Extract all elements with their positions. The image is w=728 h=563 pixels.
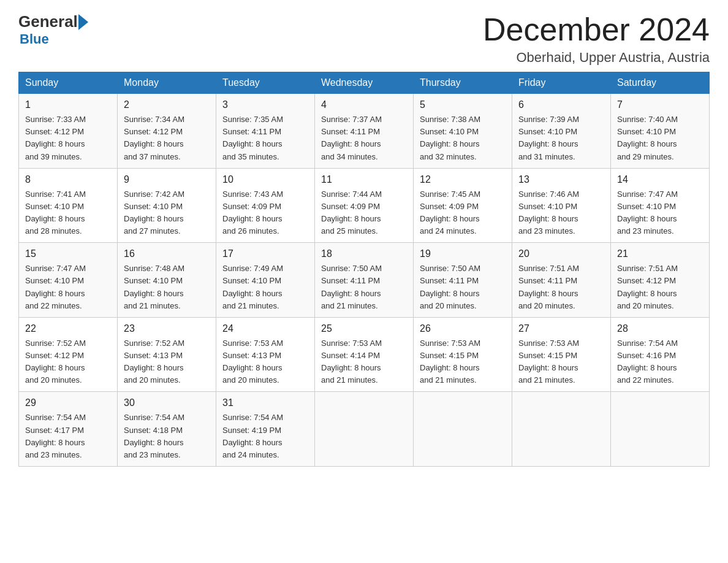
calendar-cell: 26 Sunrise: 7:53 AMSunset: 4:15 PMDaylig… <box>414 317 512 392</box>
calendar-cell: 22 Sunrise: 7:52 AMSunset: 4:12 PMDaylig… <box>19 317 118 392</box>
day-number: 1 <box>25 98 111 112</box>
day-info: Sunrise: 7:47 AMSunset: 4:10 PMDaylight:… <box>617 190 678 236</box>
calendar-cell: 27 Sunrise: 7:53 AMSunset: 4:15 PMDaylig… <box>512 317 611 392</box>
day-number: 16 <box>124 247 210 261</box>
logo-triangle-icon <box>78 14 88 30</box>
day-info: Sunrise: 7:54 AMSunset: 4:19 PMDaylight:… <box>222 413 283 459</box>
day-info: Sunrise: 7:50 AMSunset: 4:11 PMDaylight:… <box>420 264 480 310</box>
calendar-cell: 4 Sunrise: 7:37 AMSunset: 4:11 PMDayligh… <box>315 94 414 169</box>
location-subtitle: Oberhaid, Upper Austria, Austria <box>483 50 710 66</box>
calendar-cell: 5 Sunrise: 7:38 AMSunset: 4:10 PMDayligh… <box>414 94 512 169</box>
day-number: 26 <box>420 321 506 336</box>
day-number: 13 <box>518 172 604 187</box>
day-number: 19 <box>420 247 506 261</box>
day-info: Sunrise: 7:41 AMSunset: 4:10 PMDaylight:… <box>25 190 86 236</box>
calendar-week-1: 1 Sunrise: 7:33 AMSunset: 4:12 PMDayligh… <box>19 94 710 169</box>
weekday-header-wednesday: Wednesday <box>315 72 414 94</box>
day-info: Sunrise: 7:51 AMSunset: 4:11 PMDaylight:… <box>518 264 579 310</box>
calendar-cell: 11 Sunrise: 7:44 AMSunset: 4:09 PMDaylig… <box>315 168 414 243</box>
calendar-cell: 9 Sunrise: 7:42 AMSunset: 4:10 PMDayligh… <box>118 168 216 243</box>
day-number: 5 <box>420 98 506 112</box>
calendar-cell <box>414 392 512 467</box>
calendar-cell: 7 Sunrise: 7:40 AMSunset: 4:10 PMDayligh… <box>611 94 710 169</box>
day-number: 20 <box>518 247 604 261</box>
calendar-cell: 12 Sunrise: 7:45 AMSunset: 4:09 PMDaylig… <box>414 168 512 243</box>
day-number: 8 <box>25 172 111 187</box>
day-info: Sunrise: 7:47 AMSunset: 4:10 PMDaylight:… <box>25 264 86 310</box>
day-number: 31 <box>222 396 308 410</box>
weekday-header-saturday: Saturday <box>611 72 710 94</box>
calendar-cell: 23 Sunrise: 7:52 AMSunset: 4:13 PMDaylig… <box>118 317 216 392</box>
day-info: Sunrise: 7:54 AMSunset: 4:17 PMDaylight:… <box>25 413 86 459</box>
day-info: Sunrise: 7:54 AMSunset: 4:16 PMDaylight:… <box>617 339 678 385</box>
day-info: Sunrise: 7:34 AMSunset: 4:12 PMDaylight:… <box>124 115 184 161</box>
day-number: 10 <box>222 172 308 187</box>
weekday-header-monday: Monday <box>118 72 216 94</box>
calendar-cell: 13 Sunrise: 7:46 AMSunset: 4:10 PMDaylig… <box>512 168 611 243</box>
calendar-cell: 17 Sunrise: 7:49 AMSunset: 4:10 PMDaylig… <box>216 243 315 318</box>
day-info: Sunrise: 7:53 AMSunset: 4:13 PMDaylight:… <box>222 339 283 385</box>
day-number: 17 <box>222 247 308 261</box>
calendar-cell <box>611 392 710 467</box>
day-info: Sunrise: 7:43 AMSunset: 4:09 PMDaylight:… <box>222 190 283 236</box>
day-info: Sunrise: 7:48 AMSunset: 4:10 PMDaylight:… <box>124 264 184 310</box>
day-info: Sunrise: 7:49 AMSunset: 4:10 PMDaylight:… <box>222 264 283 310</box>
day-number: 27 <box>518 321 604 336</box>
calendar-week-3: 15 Sunrise: 7:47 AMSunset: 4:10 PMDaylig… <box>19 243 710 318</box>
day-number: 3 <box>222 98 308 112</box>
day-number: 18 <box>321 247 407 261</box>
day-info: Sunrise: 7:42 AMSunset: 4:10 PMDaylight:… <box>124 190 184 236</box>
weekday-header-thursday: Thursday <box>414 72 512 94</box>
day-number: 24 <box>222 321 308 336</box>
day-number: 28 <box>617 321 703 336</box>
day-number: 25 <box>321 321 407 336</box>
calendar-cell: 18 Sunrise: 7:50 AMSunset: 4:11 PMDaylig… <box>315 243 414 318</box>
calendar-cell: 19 Sunrise: 7:50 AMSunset: 4:11 PMDaylig… <box>414 243 512 318</box>
day-info: Sunrise: 7:53 AMSunset: 4:15 PMDaylight:… <box>420 339 480 385</box>
calendar-cell: 29 Sunrise: 7:54 AMSunset: 4:17 PMDaylig… <box>19 392 118 467</box>
calendar-cell: 24 Sunrise: 7:53 AMSunset: 4:13 PMDaylig… <box>216 317 315 392</box>
calendar-cell: 31 Sunrise: 7:54 AMSunset: 4:19 PMDaylig… <box>216 392 315 467</box>
day-info: Sunrise: 7:54 AMSunset: 4:18 PMDaylight:… <box>124 413 184 459</box>
day-info: Sunrise: 7:38 AMSunset: 4:10 PMDaylight:… <box>420 115 480 161</box>
day-info: Sunrise: 7:40 AMSunset: 4:10 PMDaylight:… <box>617 115 678 161</box>
calendar-week-2: 8 Sunrise: 7:41 AMSunset: 4:10 PMDayligh… <box>19 168 710 243</box>
day-number: 15 <box>25 247 111 261</box>
calendar-cell: 6 Sunrise: 7:39 AMSunset: 4:10 PMDayligh… <box>512 94 611 169</box>
calendar-cell: 10 Sunrise: 7:43 AMSunset: 4:09 PMDaylig… <box>216 168 315 243</box>
calendar-cell: 14 Sunrise: 7:47 AMSunset: 4:10 PMDaylig… <box>611 168 710 243</box>
day-number: 11 <box>321 172 407 187</box>
calendar-cell: 2 Sunrise: 7:34 AMSunset: 4:12 PMDayligh… <box>118 94 216 169</box>
day-info: Sunrise: 7:37 AMSunset: 4:11 PMDaylight:… <box>321 115 382 161</box>
calendar-cell: 15 Sunrise: 7:47 AMSunset: 4:10 PMDaylig… <box>19 243 118 318</box>
calendar-cell: 1 Sunrise: 7:33 AMSunset: 4:12 PMDayligh… <box>19 94 118 169</box>
day-info: Sunrise: 7:50 AMSunset: 4:11 PMDaylight:… <box>321 264 382 310</box>
calendar-week-5: 29 Sunrise: 7:54 AMSunset: 4:17 PMDaylig… <box>19 392 710 467</box>
logo-general-text: General <box>18 12 78 31</box>
day-number: 4 <box>321 98 407 112</box>
day-info: Sunrise: 7:44 AMSunset: 4:09 PMDaylight:… <box>321 190 382 236</box>
day-info: Sunrise: 7:52 AMSunset: 4:12 PMDaylight:… <box>25 339 86 385</box>
day-number: 22 <box>25 321 111 336</box>
calendar-cell <box>512 392 611 467</box>
day-number: 7 <box>617 98 703 112</box>
day-info: Sunrise: 7:53 AMSunset: 4:14 PMDaylight:… <box>321 339 382 385</box>
calendar-cell: 16 Sunrise: 7:48 AMSunset: 4:10 PMDaylig… <box>118 243 216 318</box>
weekday-header-friday: Friday <box>512 72 611 94</box>
day-info: Sunrise: 7:33 AMSunset: 4:12 PMDaylight:… <box>25 115 86 161</box>
calendar-cell: 3 Sunrise: 7:35 AMSunset: 4:11 PMDayligh… <box>216 94 315 169</box>
day-number: 2 <box>124 98 210 112</box>
day-number: 6 <box>518 98 604 112</box>
weekday-header-row: SundayMondayTuesdayWednesdayThursdayFrid… <box>19 72 710 94</box>
calendar-cell <box>315 392 414 467</box>
day-info: Sunrise: 7:35 AMSunset: 4:11 PMDaylight:… <box>222 115 283 161</box>
month-title: December 2024 <box>483 12 710 47</box>
weekday-header-tuesday: Tuesday <box>216 72 315 94</box>
logo: General Blue <box>18 12 88 47</box>
calendar-week-4: 22 Sunrise: 7:52 AMSunset: 4:12 PMDaylig… <box>19 317 710 392</box>
day-info: Sunrise: 7:39 AMSunset: 4:10 PMDaylight:… <box>518 115 579 161</box>
day-info: Sunrise: 7:53 AMSunset: 4:15 PMDaylight:… <box>518 339 579 385</box>
calendar-cell: 28 Sunrise: 7:54 AMSunset: 4:16 PMDaylig… <box>611 317 710 392</box>
day-number: 21 <box>617 247 703 261</box>
day-info: Sunrise: 7:45 AMSunset: 4:09 PMDaylight:… <box>420 190 480 236</box>
